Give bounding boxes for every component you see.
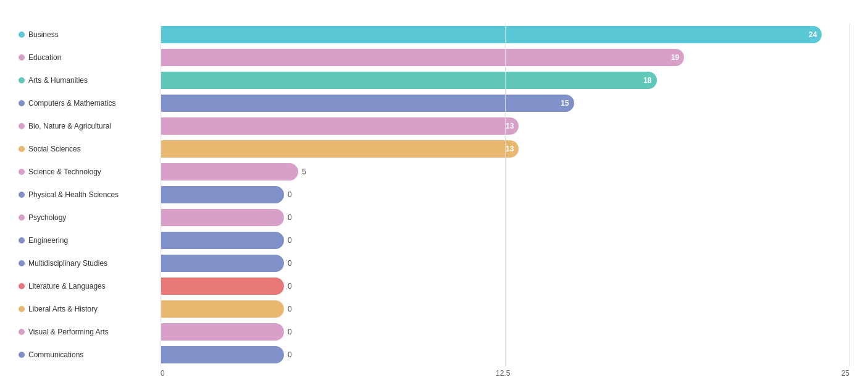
bar-dot <box>19 214 25 221</box>
bar-track: 0 <box>161 298 849 320</box>
bar-fill <box>161 346 284 363</box>
bar-label: Business <box>28 30 59 39</box>
bar-row: Education19 <box>19 46 849 68</box>
bar-value: 0 <box>288 328 292 336</box>
bar-fill: 19 <box>161 49 684 66</box>
label-container: Psychology <box>19 213 161 222</box>
bar-value: 24 <box>809 30 817 39</box>
bar-row: Visual & Performing Arts0 <box>19 321 849 342</box>
bar-fill <box>161 209 284 226</box>
bar-value: 0 <box>288 350 292 359</box>
label-container: Multidisciplinary Studies <box>19 259 161 268</box>
bar-label: Multidisciplinary Studies <box>28 259 107 268</box>
bar-fill: 18 <box>161 72 657 89</box>
label-container: Engineering <box>19 236 161 245</box>
label-container: Education <box>19 53 161 62</box>
bar-row: Psychology0 <box>19 206 849 228</box>
bar-dot <box>19 169 25 175</box>
bar-dot <box>19 146 25 152</box>
bar-track: 0 <box>161 184 849 205</box>
label-container: Business <box>19 30 161 39</box>
x-axis: 012.525 <box>161 369 849 378</box>
bar-track: 15 <box>161 92 849 114</box>
bar-dot <box>19 352 25 358</box>
label-container: Literature & Languages <box>19 282 161 290</box>
bar-row: Literature & Languages0 <box>19 275 849 297</box>
bar-dot <box>19 329 25 335</box>
bar-row: Physical & Health Sciences0 <box>19 184 849 205</box>
label-container: Visual & Performing Arts <box>19 328 161 336</box>
bar-value: 0 <box>288 282 292 290</box>
bar-value: 0 <box>288 213 292 222</box>
bar-row: Liberal Arts & History0 <box>19 298 849 320</box>
label-container: Science & Technology <box>19 167 161 176</box>
bar-track: 0 <box>161 206 849 228</box>
bar-row: Science & Technology5 <box>19 161 849 182</box>
bar-fill <box>161 300 284 318</box>
bar-row: Computers & Mathematics15 <box>19 92 849 114</box>
bar-row: Bio, Nature & Agricultural13 <box>19 115 849 137</box>
bar-row: Engineering0 <box>19 229 849 251</box>
bar-label: Physical & Health Sciences <box>28 190 119 199</box>
bar-track: 0 <box>161 252 849 274</box>
bar-label: Liberal Arts & History <box>28 305 98 313</box>
bar-row: Communications0 <box>19 344 849 365</box>
bar-track: 13 <box>161 115 849 137</box>
bar-fill <box>161 232 284 249</box>
bar-fill: 24 <box>161 26 822 43</box>
bar-track: 24 <box>161 23 849 45</box>
bar-row: Social Sciences13 <box>19 138 849 159</box>
bar-fill <box>161 278 284 295</box>
bar-label: Engineering <box>28 236 68 245</box>
x-axis-label: 25 <box>841 369 849 378</box>
bar-label: Computers & Mathematics <box>28 99 115 108</box>
bars-section: Business24Education19Arts & Humanities18… <box>19 23 849 367</box>
label-container: Liberal Arts & History <box>19 305 161 313</box>
bar-track: 0 <box>161 275 849 297</box>
bar-dot <box>19 237 25 244</box>
x-axis-label: 12.5 <box>496 369 510 378</box>
label-container: Arts & Humanities <box>19 76 161 85</box>
bar-label: Education <box>28 53 61 62</box>
bar-label: Social Sciences <box>28 145 81 153</box>
bar-track: 0 <box>161 344 849 365</box>
bar-dot <box>19 260 25 266</box>
bar-dot <box>19 77 25 83</box>
bar-track: 5 <box>161 161 849 182</box>
bar-dot <box>19 283 25 289</box>
bar-dot <box>19 100 25 106</box>
bar-track: 19 <box>161 46 849 68</box>
bar-label: Visual & Performing Arts <box>28 328 109 336</box>
bar-label: Bio, Nature & Agricultural <box>28 122 111 130</box>
label-container: Computers & Mathematics <box>19 99 161 108</box>
bar-value: 0 <box>288 305 292 313</box>
bar-fill: 15 <box>161 95 574 112</box>
bar-label: Literature & Languages <box>28 282 106 290</box>
bar-track: 18 <box>161 69 849 91</box>
bar-dot <box>19 32 25 38</box>
bar-row: Business24 <box>19 23 849 45</box>
bar-dot <box>19 192 25 198</box>
bar-dot <box>19 54 25 61</box>
bar-value: 0 <box>288 236 292 245</box>
bar-dot <box>19 123 25 129</box>
bar-fill: 13 <box>161 117 519 135</box>
bar-value: 5 <box>302 167 306 176</box>
bar-label: Psychology <box>28 213 66 222</box>
bar-label: Science & Technology <box>28 167 101 176</box>
bar-value: 19 <box>671 53 679 62</box>
bar-value: 0 <box>288 190 292 199</box>
bar-fill: 13 <box>161 140 519 158</box>
bar-fill <box>161 323 284 341</box>
label-container: Social Sciences <box>19 145 161 153</box>
bar-row: Arts & Humanities18 <box>19 69 849 91</box>
bar-value: 15 <box>561 99 569 108</box>
bar-row: Multidisciplinary Studies0 <box>19 252 849 274</box>
bar-label: Arts & Humanities <box>28 76 88 85</box>
bar-dot <box>19 306 25 312</box>
bar-value: 0 <box>288 259 292 268</box>
bar-fill <box>161 186 284 203</box>
bar-track: 0 <box>161 321 849 342</box>
chart-wrapper: Business24Education19Arts & Humanities18… <box>19 23 849 378</box>
label-container: Communications <box>19 350 161 359</box>
